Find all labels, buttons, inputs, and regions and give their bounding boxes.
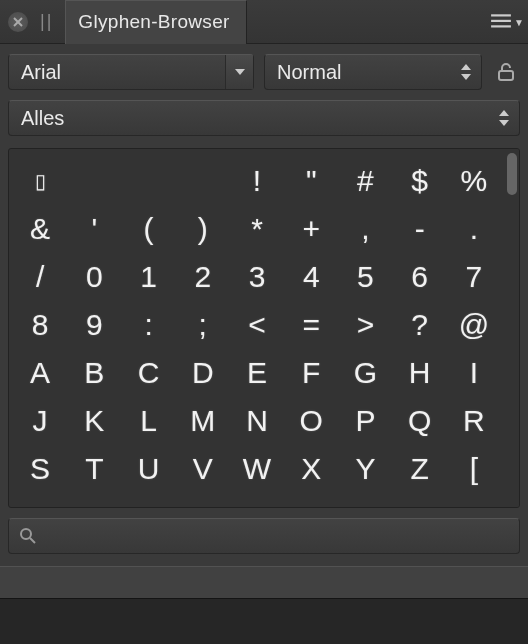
glyph-cell[interactable]: G bbox=[338, 349, 392, 397]
glyph-cell[interactable]: * bbox=[230, 205, 284, 253]
glyph-cell[interactable]: 8 bbox=[13, 301, 67, 349]
svg-point-6 bbox=[21, 529, 31, 539]
controls-bar: Arial Normal Alles bbox=[0, 44, 528, 146]
glyph-cell[interactable]: ! bbox=[230, 157, 284, 205]
glyph-cell[interactable]: / bbox=[13, 253, 67, 301]
svg-rect-2 bbox=[491, 14, 511, 16]
glyph-cell[interactable]: M bbox=[176, 397, 230, 445]
font-family-select[interactable]: Arial bbox=[8, 54, 254, 90]
glyph-cell[interactable]: 6 bbox=[393, 253, 447, 301]
font-style-value: Normal bbox=[277, 61, 341, 84]
glyph-cell[interactable]: D bbox=[176, 349, 230, 397]
svg-line-7 bbox=[30, 538, 35, 543]
glyph-cell[interactable]: # bbox=[338, 157, 392, 205]
glyph-cell[interactable]: 2 bbox=[176, 253, 230, 301]
glyph-cell[interactable]: 9 bbox=[67, 301, 121, 349]
glyph-cell[interactable]: $ bbox=[393, 157, 447, 205]
glyph-cell[interactable] bbox=[67, 157, 121, 205]
close-button[interactable] bbox=[8, 12, 28, 32]
glyph-cell[interactable]: @ bbox=[447, 301, 501, 349]
tab-glyph-browser[interactable]: Glyphen-Browser bbox=[65, 0, 246, 44]
close-icon bbox=[12, 16, 24, 28]
glyph-cell[interactable]: O bbox=[284, 397, 338, 445]
glyph-cell[interactable]: R bbox=[447, 397, 501, 445]
search-icon bbox=[19, 527, 37, 545]
glyph-cell[interactable]: " bbox=[284, 157, 338, 205]
glyph-cell[interactable]: V bbox=[176, 445, 230, 493]
search-input[interactable] bbox=[45, 527, 509, 545]
glyph-cell[interactable] bbox=[176, 157, 230, 205]
dock-area bbox=[0, 598, 528, 644]
glyph-cell[interactable]: F bbox=[284, 349, 338, 397]
glyph-cell[interactable]: U bbox=[121, 445, 175, 493]
glyph-cell[interactable]: + bbox=[284, 205, 338, 253]
chevron-up-icon bbox=[461, 64, 471, 70]
glyph-cell[interactable]: J bbox=[13, 397, 67, 445]
menu-icon bbox=[490, 11, 512, 33]
panel-menu-button[interactable]: ▼ bbox=[490, 0, 524, 44]
chevron-up-icon bbox=[499, 110, 509, 116]
glyph-cell[interactable]: 0 bbox=[67, 253, 121, 301]
svg-rect-5 bbox=[499, 71, 513, 80]
glyph-cell[interactable]: = bbox=[284, 301, 338, 349]
glyph-cell[interactable]: I bbox=[447, 349, 501, 397]
dropdown-arrow-icon bbox=[225, 55, 253, 89]
lock-icon bbox=[497, 62, 515, 82]
glyph-cell[interactable]: 7 bbox=[447, 253, 501, 301]
font-style-select[interactable]: Normal bbox=[264, 54, 482, 90]
glyph-cell[interactable]: T bbox=[67, 445, 121, 493]
glyph-cell[interactable]: E bbox=[230, 349, 284, 397]
glyph-cell[interactable]: 1 bbox=[121, 253, 175, 301]
glyph-cell[interactable]: C bbox=[121, 349, 175, 397]
lock-toggle[interactable] bbox=[492, 56, 520, 88]
glyph-cell[interactable]: Z bbox=[393, 445, 447, 493]
glyph-cell[interactable]: 4 bbox=[284, 253, 338, 301]
glyph-cell[interactable]: ( bbox=[121, 205, 175, 253]
glyph-cell[interactable]: : bbox=[121, 301, 175, 349]
tab-label: Glyphen-Browser bbox=[78, 11, 229, 33]
chevron-down-icon: ▼ bbox=[514, 17, 524, 28]
glyph-cell[interactable]: > bbox=[338, 301, 392, 349]
glyph-search-field[interactable] bbox=[8, 518, 520, 554]
glyph-cell[interactable]: H bbox=[393, 349, 447, 397]
glyph-cell[interactable]: B bbox=[67, 349, 121, 397]
glyph-cell[interactable]: 5 bbox=[338, 253, 392, 301]
font-family-value: Arial bbox=[21, 61, 61, 84]
glyph-cell[interactable]: N bbox=[230, 397, 284, 445]
tab-separator: || bbox=[40, 11, 53, 32]
glyph-cell[interactable]: , bbox=[338, 205, 392, 253]
glyph-cell[interactable]: & bbox=[13, 205, 67, 253]
glyph-grid-area: ▯!"#$%&'()*+,-./0123456789:;<=>?@ABCDEFG… bbox=[8, 148, 520, 508]
footer-spacer bbox=[0, 566, 528, 598]
titlebar: || Glyphen-Browser ▼ bbox=[0, 0, 528, 44]
glyph-cell[interactable]: . bbox=[447, 205, 501, 253]
glyph-cell[interactable]: X bbox=[284, 445, 338, 493]
glyph-cell[interactable]: A bbox=[13, 349, 67, 397]
glyph-cell[interactable]: [ bbox=[447, 445, 501, 493]
svg-rect-3 bbox=[491, 20, 511, 22]
chevron-down-icon bbox=[461, 74, 471, 80]
glyph-cell[interactable]: P bbox=[338, 397, 392, 445]
glyph-cell[interactable]: W bbox=[230, 445, 284, 493]
glyph-cell[interactable]: 3 bbox=[230, 253, 284, 301]
glyph-cell[interactable]: ' bbox=[67, 205, 121, 253]
scrollbar-thumb[interactable] bbox=[507, 153, 517, 195]
glyph-cell[interactable]: L bbox=[121, 397, 175, 445]
glyph-cell[interactable]: < bbox=[230, 301, 284, 349]
glyph-cell[interactable]: Q bbox=[393, 397, 447, 445]
glyph-cell[interactable]: ) bbox=[176, 205, 230, 253]
chevron-down-icon bbox=[499, 120, 509, 126]
character-range-select[interactable]: Alles bbox=[8, 100, 520, 136]
glyph-cell[interactable]: ▯ bbox=[13, 157, 67, 205]
glyph-cell[interactable]: - bbox=[393, 205, 447, 253]
glyph-cell[interactable]: % bbox=[447, 157, 501, 205]
glyph-grid: ▯!"#$%&'()*+,-./0123456789:;<=>?@ABCDEFG… bbox=[9, 149, 505, 507]
glyph-browser-window: || Glyphen-Browser ▼ Arial Normal bbox=[0, 0, 528, 644]
glyph-cell[interactable]: Y bbox=[338, 445, 392, 493]
glyph-cell[interactable] bbox=[121, 157, 175, 205]
glyph-cell[interactable]: S bbox=[13, 445, 67, 493]
glyph-cell[interactable]: K bbox=[67, 397, 121, 445]
glyph-cell[interactable]: ? bbox=[393, 301, 447, 349]
scrollbar-track[interactable] bbox=[505, 149, 519, 507]
glyph-cell[interactable]: ; bbox=[176, 301, 230, 349]
